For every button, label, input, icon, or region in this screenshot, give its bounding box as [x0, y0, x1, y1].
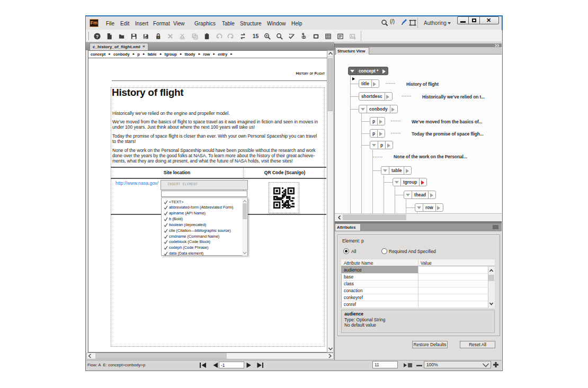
svg-text:15: 15	[253, 33, 259, 39]
svg-text:?: ?	[96, 33, 99, 39]
